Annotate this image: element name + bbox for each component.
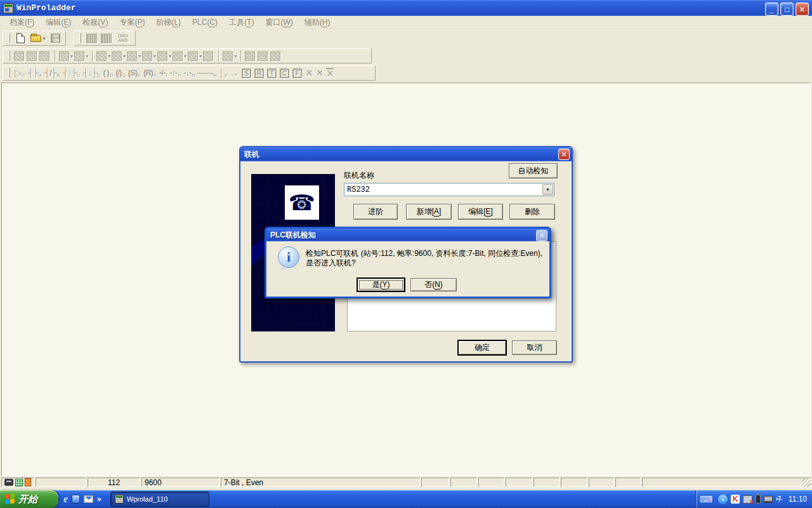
messenger-icon[interactable] [72, 495, 80, 504]
toolbar-grip[interactable] [79, 33, 81, 43]
ladder-edit-tool-icon [39, 51, 51, 61]
combobox-dropdown-button[interactable]: ▼ [542, 184, 553, 195]
menu-item[interactable]: 专案(P) [114, 16, 150, 29]
org-and-icon: ORGAND [118, 34, 128, 43]
ladder-edit-tool-icon [27, 51, 38, 61]
close-button[interactable]: ✕ [796, 3, 809, 16]
save-button [48, 31, 63, 45]
dropdown-caret-icon: ▾ [86, 53, 88, 59]
detect-message-line2: 是否进入联机? [306, 258, 356, 269]
taskbar-clock[interactable]: 11:10 [789, 495, 807, 504]
menu-item[interactable]: 工具(T) [223, 16, 259, 29]
menu-item[interactable]: 检视(V) [77, 16, 114, 29]
grid-view-button [99, 31, 114, 45]
ladder-edit-tool-icon: ▾ [173, 51, 187, 61]
statusbar-panel-empty [642, 478, 811, 487]
task-app-icon [115, 495, 124, 504]
maximize-button[interactable]: □ [780, 3, 794, 16]
menu-item[interactable]: 辅助(H) [299, 16, 336, 29]
dropdown-caret-icon: ▾ [43, 36, 45, 41]
info-icon: i [278, 246, 299, 268]
plc-detect-close-button: ✕ [536, 230, 547, 241]
ladder-element-icon: → [230, 69, 239, 77]
toolbar-ladder-elements: ▷C ┤├A ┤/├B ┤↑├U ┤↓├D ( ) [0, 64, 812, 82]
tool-tray-icon[interactable]: ⚒ [774, 493, 785, 505]
phone-icon: ☎ [289, 190, 315, 215]
hide-tray-icons-button[interactable]: ‹ [718, 495, 728, 504]
statusbar: 112 9600 7-Bit , Even [0, 477, 812, 488]
menu-item[interactable]: 编辑(E) [40, 16, 77, 29]
menubar: 档案(F) 编辑(E) 检视(V) 专案(P) 阶梯(L) PLC(C) 工具(… [0, 16, 812, 29]
toolbar-standard: ▾ ORGAND [0, 29, 812, 47]
ladder-edit-tool-icon [245, 51, 256, 61]
ladder-element-icon: -/-I [159, 69, 167, 77]
ladder-edit-tool-icon: ▾ [223, 51, 237, 61]
dropdown-caret-icon: ▾ [234, 53, 237, 59]
activity-icon [25, 478, 31, 486]
dropdown-caret-icon: ▾ [184, 53, 187, 59]
new-file-button[interactable] [13, 31, 28, 45]
taskbar-task-button[interactable]: Wprolad_110 [110, 491, 209, 507]
ladder-element-icon: ┤├A [28, 69, 42, 77]
ladder-edit-tool-icon [89, 50, 95, 62]
statusbar-panel-empty [36, 478, 86, 487]
statusbar-baudrate: 9600 [141, 478, 219, 487]
toolbar-grip[interactable] [8, 51, 10, 61]
quick-launch-overflow-chevron[interactable]: » [97, 495, 102, 504]
start-button[interactable]: 开始 [0, 490, 58, 508]
ladder-edit-tool-icon: ▾ [112, 51, 126, 61]
battery-icon[interactable] [756, 495, 761, 504]
ladder-element-icon: (S)E [128, 69, 141, 77]
plc-detect-title: PLC联机检知 [270, 230, 316, 241]
menu-item[interactable]: 档案(F) [4, 16, 40, 29]
connect-dialog-close-button[interactable]: ✕ [558, 149, 570, 160]
ladder-edit-tool-icon: ▾ [74, 51, 88, 61]
network-disconnected-icon[interactable] [743, 495, 752, 504]
save-icon [51, 34, 60, 43]
ladder-element-icon: (R)R [143, 69, 157, 77]
quick-launch-bar: e » [58, 493, 107, 505]
connector-icon [4, 479, 13, 486]
yes-button[interactable]: 是(Y) [357, 278, 405, 291]
ladder-edit-tool-icon [238, 50, 244, 62]
taskbar: 开始 e » Wprolad_110 [0, 490, 812, 508]
mail-icon[interactable] [84, 495, 93, 503]
statusbar-panel-empty [561, 478, 587, 487]
open-file-button[interactable]: ▾ [28, 31, 48, 45]
ladder-edit-tool-icon [270, 51, 282, 61]
connection-name-value: RS232 [344, 185, 370, 194]
antivirus-tray-icon[interactable]: K [731, 495, 740, 504]
statusbar-panel-empty [478, 478, 504, 487]
internet-explorer-icon[interactable]: e [63, 493, 68, 505]
minimize-button[interactable]: _ [765, 3, 778, 16]
statusbar-panel-empty [450, 478, 477, 487]
advanced-button[interactable]: 进阶 [353, 204, 398, 220]
ladder-element-icon: -↓-N [183, 69, 195, 77]
auto-detect-button[interactable]: 自动检知 [509, 163, 558, 178]
ok-button[interactable]: 确定 [458, 340, 506, 355]
add-button[interactable]: 新增[A] [406, 204, 452, 220]
dropdown-caret-icon: ▾ [154, 53, 156, 59]
ladder-window-button [84, 31, 99, 45]
cancel-button[interactable]: 取消 [512, 340, 557, 355]
toolbar-grip[interactable] [8, 68, 10, 78]
windows-logo-icon [5, 493, 15, 505]
plc-detect-titlebar: PLC联机检知 ✕ [266, 229, 549, 241]
statusbar-station: 112 [88, 478, 140, 487]
ladder-element-icon: ✕ [305, 69, 313, 77]
menu-item[interactable]: 阶梯(L) [150, 16, 187, 29]
no-button[interactable]: 否(N) [410, 278, 457, 291]
keyboard-input-icon[interactable]: ⌨ [700, 494, 712, 504]
menu-item[interactable]: PLC(C) [187, 17, 223, 28]
toolbar-grip[interactable] [8, 33, 10, 43]
dropdown-caret-icon: ▾ [70, 53, 73, 59]
connection-name-combobox[interactable]: RS232 ▼ [344, 183, 554, 196]
resize-grip[interactable] [802, 479, 811, 487]
ladder-edit-tool-icon [203, 51, 214, 61]
delete-button[interactable]: 删除 [509, 204, 555, 220]
display-icon[interactable] [764, 496, 773, 503]
menu-item[interactable]: 窗口(W) [259, 16, 298, 29]
edit-button[interactable]: 编辑[E] [458, 204, 503, 220]
statusbar-panel-empty [534, 478, 560, 487]
plc-detect-dialog: PLC联机检知 ✕ i 检知PLC可联机 (站号:112, 鲍率:9600, 资… [265, 227, 551, 298]
